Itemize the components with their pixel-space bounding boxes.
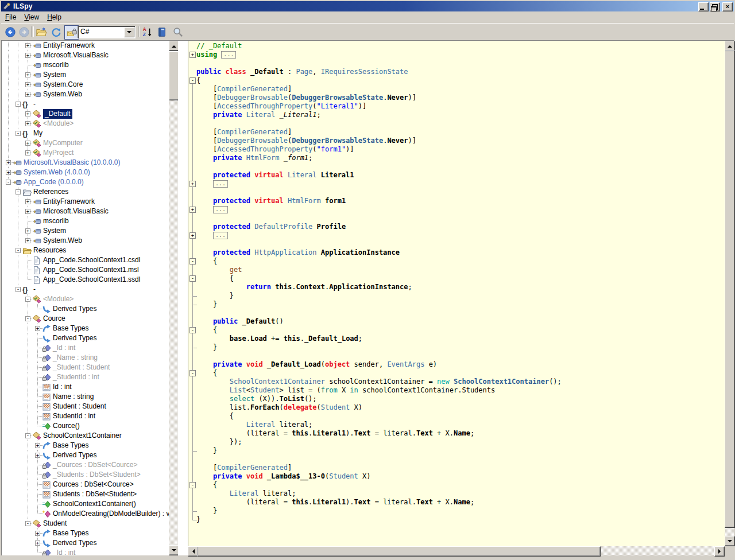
minimize-button[interactable] xyxy=(698,2,709,11)
combobox-dropdown-button[interactable] xyxy=(124,27,134,37)
tree-row[interactable]: +Microsoft.VisualBasic (10.0.0.0) xyxy=(2,158,169,168)
tree-row[interactable]: _Name : string xyxy=(2,353,169,363)
tree-row[interactable]: App_Code.SchoolContext1.ssdl xyxy=(2,275,169,285)
tree-row[interactable]: +Base Types xyxy=(2,528,169,538)
tree-item-label[interactable]: Base Types xyxy=(53,528,88,538)
tree-row[interactable]: +EntityFramework xyxy=(2,41,169,50)
scrollbar-thumb[interactable] xyxy=(198,546,601,557)
code-horizontal-scrollbar[interactable] xyxy=(188,546,725,555)
expand-icon[interactable]: + xyxy=(25,199,30,204)
tree-item-label[interactable]: Cource xyxy=(43,314,65,324)
tree-row[interactable]: App_Code.SchoolContext1.msl xyxy=(2,265,169,275)
search-button[interactable] xyxy=(171,25,184,38)
tree-item-label[interactable]: System xyxy=(43,70,66,80)
collapse-icon[interactable]: - xyxy=(6,180,11,185)
fold-collapse-icon[interactable]: - xyxy=(189,77,196,84)
tree-row[interactable]: -Cource xyxy=(2,314,169,324)
tree-item-label[interactable]: Cources : DbSet<Cource> xyxy=(53,480,134,489)
tree-row[interactable]: +System.Web (4.0.0.0) xyxy=(2,168,169,177)
tree-item-label[interactable]: Student : Student xyxy=(53,402,106,411)
tree-row[interactable]: mscorlib xyxy=(2,60,169,70)
expand-icon[interactable]: + xyxy=(25,228,30,234)
tree-item-label[interactable]: MyProject xyxy=(43,148,74,158)
scrollbar-thumb[interactable] xyxy=(725,50,735,528)
tree-row[interactable]: -Resources xyxy=(2,246,169,255)
tree-row[interactable]: Id : int xyxy=(2,382,169,392)
tree-row[interactable]: -References xyxy=(2,187,169,197)
tree-item-label[interactable]: Resources xyxy=(33,246,66,255)
tree-item-label[interactable]: Microsoft.VisualBasic xyxy=(43,50,109,60)
tree-item-label[interactable]: OnModelCreating(DbModelBuilder) : void xyxy=(53,509,169,519)
collapse-icon[interactable]: - xyxy=(16,102,21,107)
collapse-icon[interactable]: - xyxy=(25,297,30,302)
expand-icon[interactable]: + xyxy=(25,141,30,146)
scroll-up-button[interactable] xyxy=(725,41,735,51)
tree-row[interactable]: +<Module> xyxy=(2,119,169,129)
tree-item-label[interactable]: Cource() xyxy=(53,421,80,431)
tree-row[interactable]: -{}- xyxy=(2,99,169,109)
assembly-list-button[interactable] xyxy=(155,25,168,38)
tree-item-label[interactable]: <Module> xyxy=(43,119,74,129)
expand-icon[interactable]: + xyxy=(25,238,30,243)
restore-button[interactable] xyxy=(710,2,720,11)
tree-item-label[interactable]: Derived Types xyxy=(53,538,96,548)
tree-item-label[interactable]: _Id : int xyxy=(53,343,75,353)
expand-icon[interactable]: + xyxy=(35,443,40,448)
fold-expand-icon[interactable]: + xyxy=(189,232,196,239)
tree-item-label[interactable]: _Id : int xyxy=(53,548,75,555)
collapse-icon[interactable]: - xyxy=(25,316,30,321)
expand-icon[interactable]: + xyxy=(25,92,30,97)
tree-row[interactable]: +System.Core xyxy=(2,80,169,90)
tree-item-label[interactable]: System.Core xyxy=(43,80,83,90)
tree-row[interactable]: -SchoolContext1Container xyxy=(2,431,169,441)
tree-item-label[interactable]: System.Web xyxy=(43,236,82,246)
tree-item-label[interactable]: App_Code (0.0.0.0) xyxy=(24,177,84,187)
scroll-right-button[interactable] xyxy=(714,546,725,557)
tree-item-label[interactable]: _Student : Student xyxy=(53,363,110,372)
forward-button[interactable] xyxy=(17,25,30,38)
tree-item-label[interactable]: Microsoft.VisualBasic xyxy=(43,207,109,216)
tree-item-label[interactable]: StudentId : int xyxy=(53,411,95,421)
tree-row[interactable]: +Base Types xyxy=(2,324,169,333)
menu-item-help[interactable]: Help xyxy=(43,12,65,22)
tree-item-label[interactable]: Id : int xyxy=(53,382,72,392)
expand-icon[interactable]: + xyxy=(25,43,30,48)
tree-item-label[interactable]: Derived Types xyxy=(53,304,96,314)
tree-item-label[interactable]: _Name : string xyxy=(53,353,98,363)
tree-row[interactable]: -{}My xyxy=(2,129,169,138)
tree-item-label[interactable]: EntityFramework xyxy=(43,197,95,207)
tree-item-label[interactable]: EntityFramework xyxy=(43,41,95,50)
tree-item-label[interactable]: Base Types xyxy=(53,324,88,333)
tree-item-label[interactable]: _Students : DbSet<Student> xyxy=(53,470,141,480)
fold-collapse-icon[interactable]: - xyxy=(189,327,196,333)
tree-item-label[interactable]: mscorlib xyxy=(43,216,69,226)
collapsed-region-box[interactable]: ... xyxy=(213,232,228,239)
tree-row[interactable]: -Student xyxy=(2,519,169,528)
tree-item-label[interactable]: Base Types xyxy=(53,441,88,450)
show-internals-toggle[interactable] xyxy=(64,25,79,40)
expand-icon[interactable]: + xyxy=(25,72,30,77)
collapse-icon[interactable]: - xyxy=(16,248,21,253)
tree-item-label[interactable]: SchoolContext1Container() xyxy=(53,499,136,509)
title-bar[interactable]: ILSpy × xyxy=(1,1,734,11)
tree-row[interactable]: +System.Web xyxy=(2,236,169,246)
collapsed-region-box[interactable]: ... xyxy=(221,51,236,59)
tree-row[interactable]: -<Module> xyxy=(2,294,169,304)
refresh-button[interactable] xyxy=(49,25,63,38)
tree-item-label[interactable]: Derived Types xyxy=(53,333,96,343)
tree-item-label[interactable]: SchoolContext1Container xyxy=(43,431,122,441)
expand-icon[interactable]: + xyxy=(6,170,11,175)
expand-icon[interactable]: + xyxy=(6,160,11,165)
sort-az-button[interactable]: AZ xyxy=(141,25,154,38)
expand-icon[interactable]: + xyxy=(25,150,30,155)
tree-item-label[interactable]: App_Code.SchoolContext1.csdl xyxy=(43,255,140,265)
collapsed-region-box[interactable]: ... xyxy=(213,206,228,213)
menu-item-file[interactable]: File xyxy=(1,12,20,22)
tree-row[interactable]: mscorlib xyxy=(2,216,169,226)
tree-item-label[interactable]: _StudentId : int xyxy=(53,372,99,382)
tree-row[interactable]: Cources : DbSet<Cource> xyxy=(2,480,169,489)
tree-item-label[interactable]: mscorlib xyxy=(43,60,69,70)
menu-item-view[interactable]: View xyxy=(20,12,43,22)
tree-row[interactable]: +System xyxy=(2,70,169,80)
tree-item-label[interactable]: System.Web (4.0.0.0) xyxy=(24,168,90,177)
